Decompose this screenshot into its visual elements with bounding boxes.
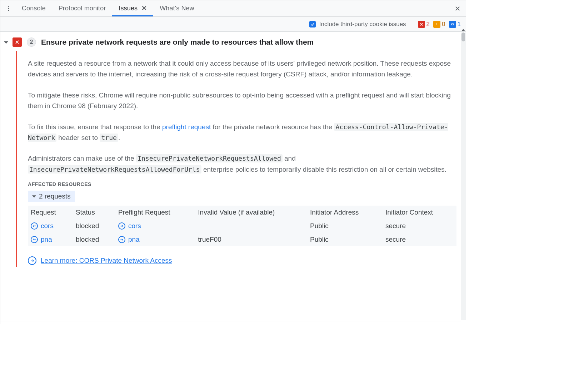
chevron-down-icon <box>4 40 8 45</box>
preflight-cell: cors <box>118 222 189 230</box>
checkbox-icon <box>309 21 316 27</box>
issue-paragraph: Administrators can make use of the Insec… <box>28 153 456 175</box>
count-value: 0 <box>442 21 445 28</box>
warning-icon <box>433 21 440 28</box>
issue-item: 2 Ensure private network requests are on… <box>13 37 460 267</box>
preflight-link[interactable]: cors <box>128 222 141 230</box>
request-cell: pna <box>31 236 66 243</box>
issue-title: Ensure private network requests are only… <box>41 38 314 46</box>
scrollbar[interactable] <box>461 32 466 320</box>
preflight-cell: pna <box>118 236 189 243</box>
checkbox-label: Include third-party cookie issues <box>319 21 406 28</box>
scrollbar-thumb[interactable] <box>461 32 465 41</box>
tab-console[interactable]: Console <box>15 1 52 16</box>
table-row: corsblockedcorsPublicsecure <box>28 219 456 233</box>
tab-issues[interactable]: Issues ✕ <box>112 1 153 16</box>
col-initiator-addr: Initiator Address <box>307 206 383 219</box>
tab-label: Console <box>22 5 46 12</box>
chevron-up-icon <box>461 28 465 32</box>
info-icon <box>449 21 456 28</box>
more-tabs-button[interactable] <box>4 4 13 13</box>
count-value: 1 <box>458 21 461 28</box>
panel-tabbar: Console Protocol monitor Issues ✕ What's… <box>0 0 466 17</box>
table-header-row: Request Status Preflight Request Invalid… <box>28 206 456 219</box>
count-value: 2 <box>426 21 430 28</box>
error-count[interactable]: 2 <box>418 21 430 28</box>
divider <box>412 20 412 28</box>
svg-rect-3 <box>451 24 454 25</box>
learn-more-link[interactable]: Learn more: CORS Private Network Access <box>41 257 172 265</box>
issues-list: 2 Ensure private network requests are on… <box>0 32 466 276</box>
info-count[interactable]: 1 <box>449 21 461 28</box>
error-icon <box>13 37 22 47</box>
close-panel-button[interactable] <box>451 2 464 15</box>
status-cell: blocked <box>73 219 115 233</box>
code-policy: InsecurePrivateNetworkRequestsAllowedFor… <box>28 165 201 174</box>
disclosure-label: 2 requests <box>39 192 71 200</box>
issue-counts: 2 0 1 <box>418 21 461 28</box>
bottom-border <box>0 322 461 324</box>
affected-resources-heading: AFFECTED RESOURCES <box>28 181 456 187</box>
status-cell: blocked <box>73 233 115 246</box>
col-status: Status <box>73 206 115 219</box>
tab-label: Protocol monitor <box>59 5 106 12</box>
col-invalid: Invalid Value (if available) <box>195 206 307 219</box>
tab-label: Issues <box>119 5 138 12</box>
tab-protocol-monitor[interactable]: Protocol monitor <box>52 1 113 16</box>
warning-count[interactable]: 0 <box>433 21 445 28</box>
network-icon <box>31 236 38 243</box>
issue-paragraph: To fix this issue, ensure that response … <box>28 122 456 144</box>
requests-table: Request Status Preflight Request Invalid… <box>28 206 456 246</box>
issue-expand-toggle[interactable] <box>4 37 9 267</box>
request-cell: cors <box>31 222 66 230</box>
col-initiator-ctx: Initiator Context <box>383 206 456 219</box>
table-row: pnablockedpnatrueF00Publicsecure <box>28 233 456 246</box>
preflight-link[interactable]: pna <box>128 236 140 243</box>
close-icon[interactable]: ✕ <box>141 5 147 12</box>
svg-point-1 <box>8 8 9 9</box>
initiator-ctx-cell: secure <box>383 233 456 246</box>
issue-count-pill: 2 <box>27 37 36 47</box>
svg-point-0 <box>8 6 9 7</box>
requests-disclosure[interactable]: 2 requests <box>28 191 75 202</box>
preflight-request-link[interactable]: preflight request <box>162 123 211 131</box>
initiator-ctx-cell: secure <box>383 219 456 233</box>
code-value: true <box>100 134 118 142</box>
invalid-cell: trueF00 <box>195 233 307 246</box>
network-icon <box>118 222 125 230</box>
issues-toolbar: Include third-party cookie issues 2 0 1 <box>0 17 466 32</box>
tab-whats-new[interactable]: What's New <box>153 1 200 16</box>
include-third-party-checkbox[interactable]: Include third-party cookie issues <box>309 21 406 28</box>
network-icon <box>31 222 38 230</box>
error-icon <box>418 21 425 28</box>
initiator-addr-cell: Public <box>307 233 383 246</box>
col-preflight: Preflight Request <box>115 206 195 219</box>
initiator-addr-cell: Public <box>307 219 383 233</box>
svg-point-2 <box>8 10 9 11</box>
tab-label: What's New <box>160 5 194 12</box>
kebab-icon <box>5 5 12 12</box>
issue-body: A site requested a resource from a netwo… <box>16 51 460 267</box>
invalid-cell <box>195 219 307 233</box>
issue-header[interactable]: 2 Ensure private network requests are on… <box>13 37 460 47</box>
col-request: Request <box>28 206 73 219</box>
arrow-right-icon <box>28 256 36 265</box>
request-link[interactable]: cors <box>41 222 54 230</box>
network-icon <box>118 236 125 243</box>
close-icon <box>454 5 461 12</box>
code-policy: InsecurePrivateNetworkRequestsAllowed <box>136 154 283 162</box>
issue-paragraph: To mitigate these risks, Chrome will req… <box>28 90 456 112</box>
chevron-down-icon <box>32 195 36 198</box>
request-link[interactable]: pna <box>41 236 52 243</box>
learn-more: Learn more: CORS Private Network Access <box>28 256 456 265</box>
issue-paragraph: A site requested a resource from a netwo… <box>28 58 456 80</box>
